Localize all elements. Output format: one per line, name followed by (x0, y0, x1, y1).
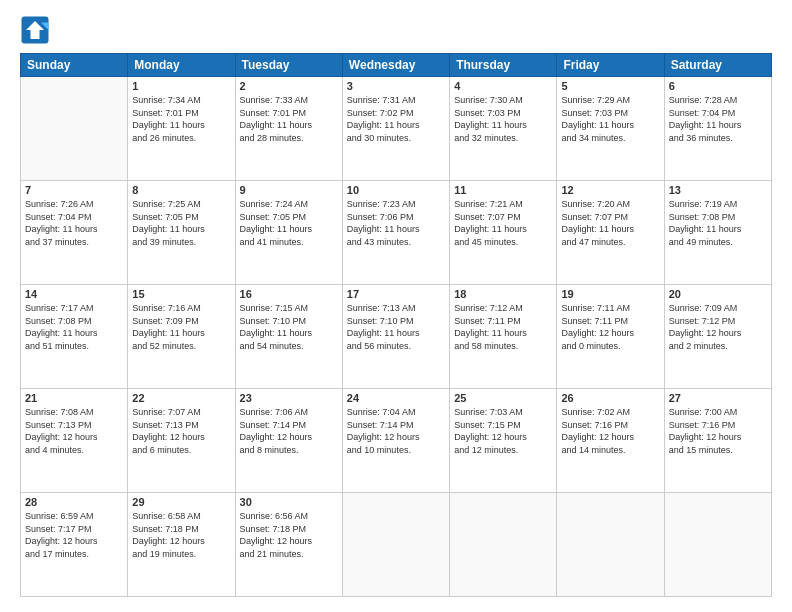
day-info: Sunrise: 7:26 AM Sunset: 7:04 PM Dayligh… (25, 198, 123, 248)
day-info: Sunrise: 7:17 AM Sunset: 7:08 PM Dayligh… (25, 302, 123, 352)
day-number: 18 (454, 288, 552, 300)
day-info: Sunrise: 7:11 AM Sunset: 7:11 PM Dayligh… (561, 302, 659, 352)
weekday-header: Friday (557, 54, 664, 77)
day-number: 15 (132, 288, 230, 300)
weekday-header: Monday (128, 54, 235, 77)
weekday-header: Thursday (450, 54, 557, 77)
day-info: Sunrise: 6:56 AM Sunset: 7:18 PM Dayligh… (240, 510, 338, 560)
header (20, 15, 772, 45)
calendar-cell (664, 493, 771, 597)
day-number: 14 (25, 288, 123, 300)
day-number: 17 (347, 288, 445, 300)
weekday-header: Wednesday (342, 54, 449, 77)
calendar-cell: 5Sunrise: 7:29 AM Sunset: 7:03 PM Daylig… (557, 77, 664, 181)
calendar-cell: 12Sunrise: 7:20 AM Sunset: 7:07 PM Dayli… (557, 181, 664, 285)
day-info: Sunrise: 7:33 AM Sunset: 7:01 PM Dayligh… (240, 94, 338, 144)
day-number: 21 (25, 392, 123, 404)
calendar-cell: 20Sunrise: 7:09 AM Sunset: 7:12 PM Dayli… (664, 285, 771, 389)
day-info: Sunrise: 7:25 AM Sunset: 7:05 PM Dayligh… (132, 198, 230, 248)
day-number: 11 (454, 184, 552, 196)
day-number: 9 (240, 184, 338, 196)
day-info: Sunrise: 6:58 AM Sunset: 7:18 PM Dayligh… (132, 510, 230, 560)
day-info: Sunrise: 7:16 AM Sunset: 7:09 PM Dayligh… (132, 302, 230, 352)
day-number: 2 (240, 80, 338, 92)
day-number: 3 (347, 80, 445, 92)
calendar-cell: 27Sunrise: 7:00 AM Sunset: 7:16 PM Dayli… (664, 389, 771, 493)
day-info: Sunrise: 7:23 AM Sunset: 7:06 PM Dayligh… (347, 198, 445, 248)
day-info: Sunrise: 7:31 AM Sunset: 7:02 PM Dayligh… (347, 94, 445, 144)
day-info: Sunrise: 7:20 AM Sunset: 7:07 PM Dayligh… (561, 198, 659, 248)
day-number: 25 (454, 392, 552, 404)
day-number: 12 (561, 184, 659, 196)
calendar-week-row: 28Sunrise: 6:59 AM Sunset: 7:17 PM Dayli… (21, 493, 772, 597)
calendar-cell: 8Sunrise: 7:25 AM Sunset: 7:05 PM Daylig… (128, 181, 235, 285)
calendar-week-row: 1Sunrise: 7:34 AM Sunset: 7:01 PM Daylig… (21, 77, 772, 181)
day-info: Sunrise: 7:29 AM Sunset: 7:03 PM Dayligh… (561, 94, 659, 144)
day-number: 22 (132, 392, 230, 404)
calendar-header-row: SundayMondayTuesdayWednesdayThursdayFrid… (21, 54, 772, 77)
calendar-cell: 1Sunrise: 7:34 AM Sunset: 7:01 PM Daylig… (128, 77, 235, 181)
weekday-header: Sunday (21, 54, 128, 77)
calendar-cell: 21Sunrise: 7:08 AM Sunset: 7:13 PM Dayli… (21, 389, 128, 493)
day-info: Sunrise: 7:30 AM Sunset: 7:03 PM Dayligh… (454, 94, 552, 144)
day-info: Sunrise: 7:07 AM Sunset: 7:13 PM Dayligh… (132, 406, 230, 456)
day-info: Sunrise: 7:34 AM Sunset: 7:01 PM Dayligh… (132, 94, 230, 144)
calendar-cell: 16Sunrise: 7:15 AM Sunset: 7:10 PM Dayli… (235, 285, 342, 389)
calendar-cell: 9Sunrise: 7:24 AM Sunset: 7:05 PM Daylig… (235, 181, 342, 285)
calendar-cell: 6Sunrise: 7:28 AM Sunset: 7:04 PM Daylig… (664, 77, 771, 181)
day-info: Sunrise: 7:21 AM Sunset: 7:07 PM Dayligh… (454, 198, 552, 248)
calendar-cell: 10Sunrise: 7:23 AM Sunset: 7:06 PM Dayli… (342, 181, 449, 285)
day-info: Sunrise: 7:28 AM Sunset: 7:04 PM Dayligh… (669, 94, 767, 144)
day-info: Sunrise: 6:59 AM Sunset: 7:17 PM Dayligh… (25, 510, 123, 560)
calendar-cell: 26Sunrise: 7:02 AM Sunset: 7:16 PM Dayli… (557, 389, 664, 493)
calendar-cell: 22Sunrise: 7:07 AM Sunset: 7:13 PM Dayli… (128, 389, 235, 493)
day-info: Sunrise: 7:13 AM Sunset: 7:10 PM Dayligh… (347, 302, 445, 352)
day-number: 29 (132, 496, 230, 508)
day-number: 23 (240, 392, 338, 404)
day-info: Sunrise: 7:06 AM Sunset: 7:14 PM Dayligh… (240, 406, 338, 456)
day-info: Sunrise: 7:09 AM Sunset: 7:12 PM Dayligh… (669, 302, 767, 352)
day-number: 27 (669, 392, 767, 404)
day-number: 24 (347, 392, 445, 404)
calendar-cell: 24Sunrise: 7:04 AM Sunset: 7:14 PM Dayli… (342, 389, 449, 493)
calendar-cell: 17Sunrise: 7:13 AM Sunset: 7:10 PM Dayli… (342, 285, 449, 389)
calendar-cell (557, 493, 664, 597)
calendar-week-row: 21Sunrise: 7:08 AM Sunset: 7:13 PM Dayli… (21, 389, 772, 493)
day-info: Sunrise: 7:19 AM Sunset: 7:08 PM Dayligh… (669, 198, 767, 248)
calendar-cell: 29Sunrise: 6:58 AM Sunset: 7:18 PM Dayli… (128, 493, 235, 597)
day-number: 20 (669, 288, 767, 300)
day-number: 8 (132, 184, 230, 196)
calendar-cell (21, 77, 128, 181)
calendar-cell: 25Sunrise: 7:03 AM Sunset: 7:15 PM Dayli… (450, 389, 557, 493)
day-number: 1 (132, 80, 230, 92)
calendar-cell: 11Sunrise: 7:21 AM Sunset: 7:07 PM Dayli… (450, 181, 557, 285)
calendar-cell: 4Sunrise: 7:30 AM Sunset: 7:03 PM Daylig… (450, 77, 557, 181)
day-info: Sunrise: 7:04 AM Sunset: 7:14 PM Dayligh… (347, 406, 445, 456)
calendar-cell: 13Sunrise: 7:19 AM Sunset: 7:08 PM Dayli… (664, 181, 771, 285)
weekday-header: Saturday (664, 54, 771, 77)
calendar-table: SundayMondayTuesdayWednesdayThursdayFrid… (20, 53, 772, 597)
logo-icon (20, 15, 50, 45)
calendar-cell: 2Sunrise: 7:33 AM Sunset: 7:01 PM Daylig… (235, 77, 342, 181)
day-number: 6 (669, 80, 767, 92)
day-number: 28 (25, 496, 123, 508)
day-number: 30 (240, 496, 338, 508)
calendar-cell: 15Sunrise: 7:16 AM Sunset: 7:09 PM Dayli… (128, 285, 235, 389)
day-info: Sunrise: 7:24 AM Sunset: 7:05 PM Dayligh… (240, 198, 338, 248)
day-info: Sunrise: 7:00 AM Sunset: 7:16 PM Dayligh… (669, 406, 767, 456)
calendar-cell: 30Sunrise: 6:56 AM Sunset: 7:18 PM Dayli… (235, 493, 342, 597)
calendar-week-row: 14Sunrise: 7:17 AM Sunset: 7:08 PM Dayli… (21, 285, 772, 389)
calendar-week-row: 7Sunrise: 7:26 AM Sunset: 7:04 PM Daylig… (21, 181, 772, 285)
day-number: 13 (669, 184, 767, 196)
calendar-cell: 3Sunrise: 7:31 AM Sunset: 7:02 PM Daylig… (342, 77, 449, 181)
day-number: 19 (561, 288, 659, 300)
day-info: Sunrise: 7:08 AM Sunset: 7:13 PM Dayligh… (25, 406, 123, 456)
day-info: Sunrise: 7:02 AM Sunset: 7:16 PM Dayligh… (561, 406, 659, 456)
calendar-cell (342, 493, 449, 597)
day-number: 7 (25, 184, 123, 196)
day-number: 4 (454, 80, 552, 92)
day-number: 16 (240, 288, 338, 300)
calendar-cell: 18Sunrise: 7:12 AM Sunset: 7:11 PM Dayli… (450, 285, 557, 389)
day-info: Sunrise: 7:03 AM Sunset: 7:15 PM Dayligh… (454, 406, 552, 456)
calendar-cell: 7Sunrise: 7:26 AM Sunset: 7:04 PM Daylig… (21, 181, 128, 285)
